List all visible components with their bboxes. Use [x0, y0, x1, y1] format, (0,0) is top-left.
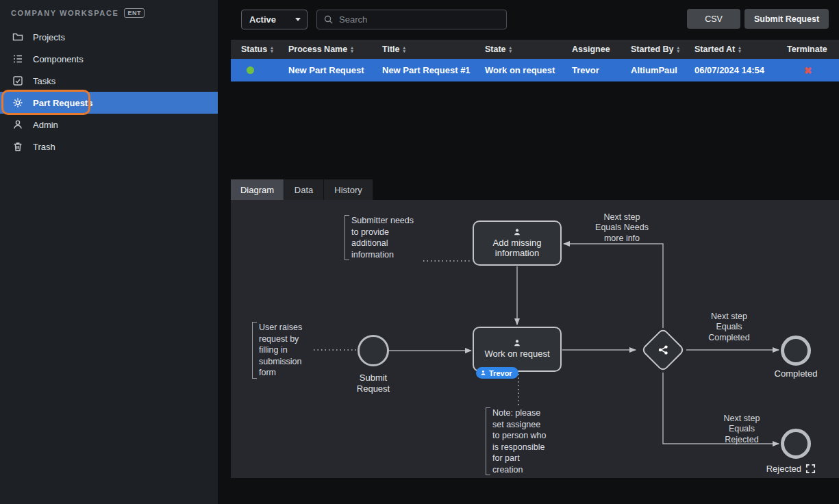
sort-icon: ▴▾ — [403, 46, 405, 53]
sort-icon: ▴▾ — [510, 46, 512, 53]
sidebar-item-label: Projects — [33, 32, 65, 42]
gateway-decision — [640, 327, 685, 372]
status-dot — [247, 66, 254, 74]
components-icon — [12, 53, 24, 65]
table-header: Status ▴▾ Process Name ▴▾ Title ▴▾ State… — [231, 40, 839, 59]
sidebar-item-trash[interactable]: Trash — [0, 136, 218, 158]
column-header-assignee: Assignee — [562, 40, 621, 59]
workspace-header: COMPANY WORKSPACE ENT — [0, 0, 218, 26]
assignee-badge: Trevor — [476, 367, 518, 379]
workspace-tier-badge: ENT — [124, 8, 145, 18]
search-box — [316, 10, 507, 29]
column-header-status[interactable]: Status ▴▾ — [231, 40, 278, 59]
tab-history[interactable]: History — [324, 179, 373, 200]
user-icon — [480, 370, 486, 376]
user-icon — [513, 228, 521, 237]
node-work-on-request: Work on request — [473, 327, 562, 372]
sidebar-item-projects[interactable]: Projects — [0, 26, 218, 48]
edge-label-rejected: Next step Equals Rejected — [712, 414, 772, 445]
annotation-submitter: Submitter needs to provide additional in… — [345, 215, 421, 260]
cell-started-at: 06/07/2024 14:54 — [684, 65, 777, 75]
detail-tabs: Diagram Data History — [231, 179, 373, 200]
csv-button[interactable]: CSV — [687, 9, 740, 29]
sidebar-item-label: Admin — [33, 120, 58, 130]
sidebar-item-label: Tasks — [33, 76, 55, 86]
trash-icon — [12, 141, 24, 153]
admin-user-icon — [12, 119, 24, 131]
column-header-terminate: Terminate — [777, 40, 839, 59]
cell-started-by: AltiumPaul — [621, 65, 684, 75]
sidebar-item-label: Trash — [33, 142, 55, 152]
annotation-assignee-note: Note: please set assignee to person who … — [486, 407, 554, 475]
requests-table: Status ▴▾ Process Name ▴▾ Title ▴▾ State… — [231, 40, 839, 81]
sort-icon: ▴▾ — [351, 46, 353, 53]
sidebar-item-admin[interactable]: Admin — [0, 114, 218, 136]
cell-terminate: ✖ — [777, 65, 839, 76]
tasks-icon — [12, 75, 24, 87]
cell-state: Work on request — [475, 65, 562, 75]
cell-assignee: Trevor — [562, 65, 621, 75]
column-header-started-at[interactable]: Started At ▴▾ — [684, 40, 777, 59]
terminate-icon[interactable]: ✖ — [804, 65, 812, 76]
sidebar-item-label: Part Requests — [33, 98, 92, 108]
status-filter-select[interactable]: Active — [241, 10, 308, 29]
folder-icon — [12, 32, 24, 43]
sidebar-item-components[interactable]: Components — [0, 48, 218, 70]
search-icon — [323, 14, 334, 25]
column-header-started-by[interactable]: Started By ▴▾ — [621, 40, 684, 59]
status-filter-value: Active — [249, 14, 276, 25]
column-header-state[interactable]: State ▴▾ — [475, 40, 562, 59]
node-add-missing-information: Add missing information — [473, 220, 562, 266]
search-input[interactable] — [339, 14, 500, 25]
rejected-label: Rejected — [748, 464, 801, 475]
node-rejected-end-event — [781, 429, 811, 459]
column-header-title[interactable]: Title ▴▾ — [372, 40, 475, 59]
fullscreen-button[interactable] — [804, 462, 816, 475]
submit-request-label: Submit Request — [342, 373, 404, 394]
cell-process-name: New Part Request — [278, 65, 372, 75]
sort-icon: ▴▾ — [677, 46, 680, 53]
expand-icon — [805, 464, 816, 474]
completed-label: Completed — [765, 368, 827, 379]
sidebar-item-label: Components — [33, 54, 84, 64]
tab-data[interactable]: Data — [284, 179, 324, 200]
sort-icon: ▴▾ — [271, 46, 273, 53]
part-requests-icon — [12, 97, 24, 109]
tab-diagram[interactable]: Diagram — [231, 179, 284, 200]
sidebar: COMPANY WORKSPACE ENT Projects Component… — [0, 0, 218, 504]
submit-request-button[interactable]: Submit Request — [744, 9, 829, 29]
cell-status — [231, 66, 278, 74]
node-submit-request-start-event — [358, 335, 389, 366]
workspace-name: COMPANY WORKSPACE — [11, 9, 118, 17]
main-content: Active CSV Submit Request Status ▴▾ Proc… — [219, 0, 839, 504]
chevron-down-icon — [295, 18, 301, 21]
annotation-user-raises: User raises request by filling in submis… — [252, 322, 312, 379]
table-row[interactable]: New Part Request New Part Request #1 Wor… — [231, 59, 839, 81]
cell-title: New Part Request #1 — [372, 65, 475, 75]
edge-label-needs-more-info: Next step Equals Needs more info — [588, 212, 656, 244]
sort-icon: ▴▾ — [738, 46, 741, 53]
node-completed-end-event — [781, 336, 811, 366]
sidebar-item-tasks[interactable]: Tasks — [0, 70, 218, 92]
column-header-process-name[interactable]: Process Name ▴▾ — [278, 40, 372, 59]
user-icon — [513, 339, 521, 348]
workflow-diagram-canvas: Submitter needs to provide additional in… — [231, 200, 839, 478]
toolbar: Active CSV Submit Request — [219, 0, 839, 40]
sidebar-item-part-requests[interactable]: Part Requests — [0, 92, 218, 114]
assignee-badge-label: Trevor — [489, 369, 512, 377]
branch-icon — [649, 336, 677, 364]
flow-gateway-to-add-missing — [564, 244, 663, 328]
edge-label-completed: Next step Equals Completed — [700, 312, 758, 343]
